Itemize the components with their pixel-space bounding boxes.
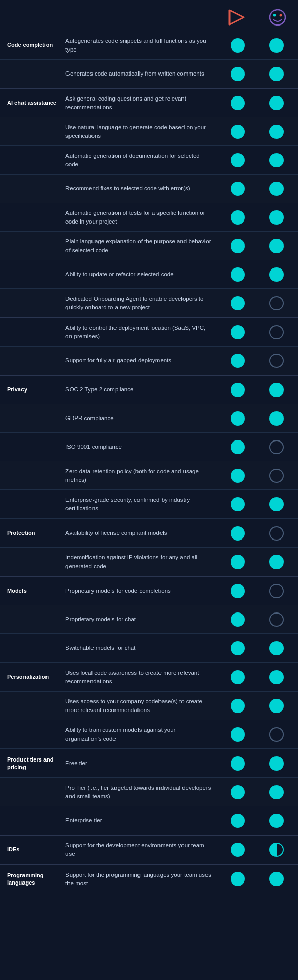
tabnine-indicator [269,182,284,196]
table-row: Recommend fixes to selected code with er… [0,175,298,203]
category-label [0,128,61,136]
tabnine-indicator [269,354,284,368]
codium-indicator [231,756,245,771]
tabnine-indicator [269,383,284,397]
tabnine-indicator [269,814,284,828]
feature-text: Free tier [61,754,216,772]
tabnine-indicator [269,699,284,713]
feature-text: Indemnification against IP violations fo… [61,548,216,575]
category-label [0,500,61,508]
indicators-col [216,781,298,803]
indicators-col [216,206,298,229]
table-row: Switchable models for chat [0,634,298,663]
indicators-col [216,637,298,659]
feature-text: Use natural language to generate code ba… [61,118,216,144]
indicators-col [216,666,298,689]
indicators-col [216,868,298,890]
feature-text: Ability to train custom models against y… [61,721,216,747]
table-row: Enterprise tier [0,806,298,835]
indicators-col [216,407,298,430]
codium-indicator [231,210,245,225]
tabnine-indicator [269,497,284,511]
table-row: Programming languagesSupport for the pro… [0,865,298,893]
tabnine-indicator [269,267,284,282]
indicators-col [216,580,298,602]
indicators-col [216,92,298,114]
indicators-col [216,695,298,717]
table-row: Ability to update or refactor selected c… [0,260,298,289]
tabnine-indicator [269,641,284,655]
indicators-col [216,608,298,631]
table-row: Automatic generation of documentation fo… [0,146,298,175]
codium-indicator [231,526,245,541]
indicators-col [216,464,298,487]
category-label [0,414,61,423]
codium-indicator [231,469,245,483]
codium-indicator [231,182,245,196]
feature-text: Proprietary models for code completions [61,581,216,600]
category-label [0,357,61,365]
table-row: Dedicated Onboarding Agent to enable dev… [0,289,298,317]
tabnine-logo [268,8,287,27]
feature-text: Availability of license compliant models [61,524,216,542]
category-label [0,271,61,279]
category-label: Protection [0,525,61,541]
table-row: Ability to control the deployment locati… [0,318,298,347]
category-label: Programming languages [0,868,61,891]
tabnine-indicator [269,210,284,225]
codium-indicator [231,872,245,886]
tabnine-indicator [269,469,284,483]
tabnine-indicator [269,67,284,81]
indicators-col [216,34,298,57]
codium-logo [227,8,246,27]
tabnine-indicator [269,96,284,110]
category-label [0,443,61,451]
indicators-col [216,810,298,832]
feature-text: Switchable models for chat [61,639,216,657]
indicators-col [216,263,298,286]
indicators-col [216,350,298,372]
codium-indicator [231,584,245,598]
category-label [0,299,61,307]
tabnine-indicator [269,756,284,771]
category-label [0,702,61,710]
table-row: Ability to train custom models against y… [0,720,298,749]
indicators-col [216,752,298,775]
feature-text: GDPR compliance [61,409,216,427]
category-label: AI chat assistance [0,95,61,110]
indicators-col [216,178,298,200]
category-label [0,616,61,624]
category-label [0,558,61,566]
feature-text: Ask general coding questions and get rel… [61,89,216,116]
codium-indicator [231,670,245,684]
codium-indicator [231,411,245,426]
table-row: PrivacySOC 2 Type 2 compliance [0,376,298,404]
codium-indicator [231,67,245,81]
tabnine-indicator [269,296,284,310]
table-row: ISO 9001 compliance [0,433,298,461]
codium-indicator [231,325,245,339]
feature-text: Autogenerates code snippets and full fun… [61,32,216,58]
feature-text: Zero data retention policy (both for cod… [61,462,216,488]
table-row: AI chat assistanceAsk general coding que… [0,89,298,117]
category-label: Code completion [0,37,61,53]
tabnine-indicator [269,440,284,454]
tabnine-indicator [269,239,284,253]
table-row: IDEsSupport for the development environm… [0,836,298,864]
indicators-col [216,723,298,746]
indicators-col [216,149,298,172]
feature-text: Support for fully air-gapped deployments [61,351,216,370]
codium-indicator [231,843,245,857]
feature-text: SOC 2 Type 2 compliance [61,380,216,399]
tabnine-indicator [269,727,284,742]
tabnine-indicator [269,325,284,339]
table-row: Use natural language to generate code ba… [0,117,298,146]
tabnine-indicator [269,872,284,886]
feature-text: Enterprise tier [61,811,216,829]
tabnine-indicator [269,38,284,53]
codium-indicator [231,727,245,742]
tabnine-indicator [269,125,284,139]
feature-text: Support for the development environments… [61,836,216,863]
codium-indicator [231,814,245,828]
table-row: GDPR compliance [0,404,298,433]
